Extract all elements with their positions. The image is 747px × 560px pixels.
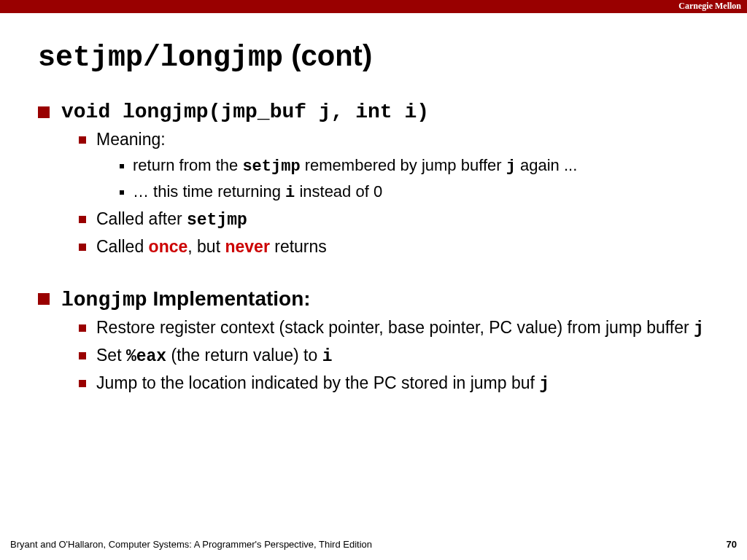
impl-1-text: Restore register context (stack pointer,… (96, 317, 704, 341)
signature-text: void longjmp(jmp_buf j, int i) (61, 101, 429, 123)
page-number: 70 (727, 539, 737, 550)
bullet-implementation: longjmp Implementation: (38, 287, 709, 311)
square-bullet-icon (79, 352, 86, 359)
square-bullet-icon (38, 106, 50, 118)
bullet-signature: void longjmp(jmp_buf j, int i) (38, 101, 709, 123)
bullet-meaning: Meaning: (79, 129, 709, 151)
meaning-2-text: … this time returning i instead of 0 (133, 182, 382, 204)
square-bullet-icon (120, 190, 124, 195)
header-bar: Carnegie Mellon (0, 0, 747, 13)
slide-content: setjmp/longjmp (cont) void longjmp(jmp_b… (0, 13, 747, 396)
footer-citation: Bryant and O'Hallaron, Computer Systems:… (10, 539, 372, 550)
slide-title: setjmp/longjmp (cont) (38, 39, 709, 74)
title-mono: setjmp/longjmp (38, 42, 283, 74)
called-after-text: Called after setjmp (96, 209, 247, 232)
square-bullet-icon (79, 380, 86, 387)
impl-2-text: Set %eax (the return value) to i (96, 345, 332, 368)
square-bullet-icon (38, 293, 50, 305)
brand-label: Carnegie Mellon (678, 1, 741, 12)
bullet-called-after: Called after setjmp (79, 209, 709, 232)
square-bullet-icon (79, 244, 86, 251)
footer: Bryant and O'Hallaron, Computer Systems:… (10, 539, 737, 550)
bullet-impl-3: Jump to the location indicated by the PC… (79, 373, 709, 396)
called-once-text: Called once, but never returns (96, 236, 327, 258)
bullet-impl-2: Set %eax (the return value) to i (79, 345, 709, 368)
implementation-heading: longjmp Implementation: (61, 287, 311, 311)
square-bullet-icon (120, 164, 124, 168)
bullet-impl-1: Restore register context (stack pointer,… (79, 317, 709, 341)
square-bullet-icon (79, 216, 86, 223)
bullet-called-once: Called once, but never returns (79, 236, 709, 258)
meaning-1-text: return from the setjmp remembered by jum… (133, 155, 577, 178)
bullet-meaning-2: … this time returning i instead of 0 (120, 182, 709, 204)
bullet-meaning-1: return from the setjmp remembered by jum… (120, 155, 709, 178)
square-bullet-icon (79, 324, 86, 332)
impl-3-text: Jump to the location indicated by the PC… (96, 373, 549, 396)
meaning-label: Meaning: (96, 129, 166, 151)
square-bullet-icon (79, 136, 86, 144)
title-rest: (cont) (283, 39, 372, 71)
